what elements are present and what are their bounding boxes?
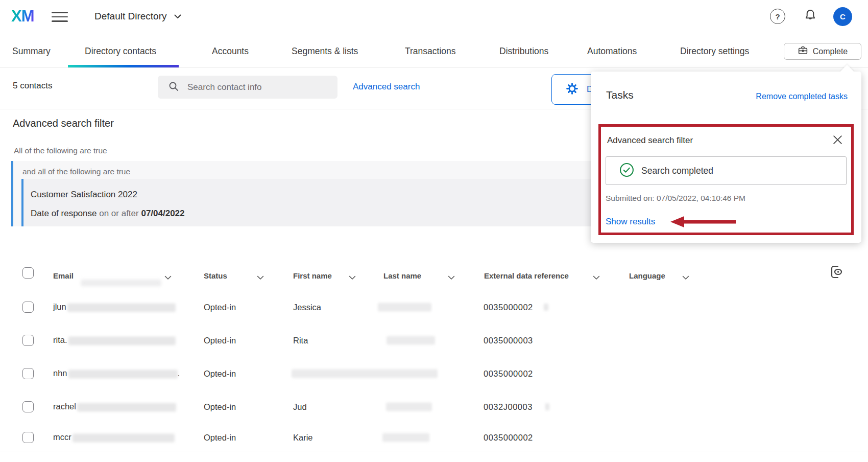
status-cell: Opted-in xyxy=(204,335,236,345)
external-data-reference-cell: 0032J00003 xyxy=(484,402,533,412)
task-name: Advanced search filter xyxy=(607,135,693,146)
table-row[interactable]: rita. Opted-in Rita 0035000003 xyxy=(0,322,868,358)
external-data-reference-cell: 0035000003 xyxy=(484,335,533,345)
column-header-email[interactable]: Email xyxy=(53,271,74,280)
table-row[interactable]: jlun Opted-in Jessica 0035000002 xyxy=(0,291,868,323)
redacted-text xyxy=(387,336,435,344)
tab-directory-settings[interactable]: Directory settings xyxy=(680,35,749,67)
row-checkbox[interactable] xyxy=(22,401,34,412)
search-box[interactable] xyxy=(158,76,337,99)
redacted-text xyxy=(68,336,176,345)
gear-icon xyxy=(565,82,579,98)
active-tab-indicator xyxy=(68,65,179,67)
top-bar: XM Default Directory ? C xyxy=(0,0,868,35)
table-row[interactable]: rachel Opted-in Jud 0032J00003 xyxy=(0,389,868,425)
complete-button[interactable]: Complete xyxy=(784,43,861,60)
column-header-first-name[interactable]: First name xyxy=(293,271,332,280)
row-checkbox[interactable] xyxy=(22,368,34,379)
tab-automations[interactable]: Automations xyxy=(587,35,637,67)
chevron-down-icon[interactable] xyxy=(448,273,455,282)
xm-logo: XM xyxy=(11,7,34,26)
email-cell: rachel xyxy=(53,402,176,411)
help-button[interactable]: ? xyxy=(770,9,785,24)
search-input[interactable] xyxy=(186,82,316,93)
column-visibility-button[interactable] xyxy=(827,263,845,283)
external-data-reference-cell: 0035000002 xyxy=(484,433,533,443)
complete-button-label: Complete xyxy=(813,47,848,56)
remove-completed-tasks-link[interactable]: Remove completed tasks xyxy=(756,92,848,101)
tab-transactions[interactable]: Transactions xyxy=(405,35,456,67)
filter-root-condition: All of the following are true xyxy=(14,146,107,155)
filter-nested-condition: and all of the following are true xyxy=(22,167,130,176)
tasks-title: Tasks xyxy=(606,89,634,101)
redacted-text xyxy=(378,303,431,311)
chevron-down-icon[interactable] xyxy=(349,273,356,282)
external-data-reference-cell: 0035000002 xyxy=(484,369,533,379)
filter-rule-date: Date of response on or after 07/04/2022 xyxy=(31,209,185,219)
bell-icon xyxy=(803,16,817,25)
status-cell: Opted-in xyxy=(204,433,236,443)
task-card-highlighted: Advanced search filter Search completed … xyxy=(598,124,854,235)
external-data-reference-cell: 0035000002 xyxy=(484,302,533,312)
chevron-down-icon[interactable] xyxy=(593,273,600,282)
row-checkbox[interactable] xyxy=(22,302,34,313)
column-header-external-data-reference[interactable]: External data reference xyxy=(484,271,569,280)
filter-rule-survey: Customer Satisfaction 2022 xyxy=(31,190,137,200)
task-status-text: Search completed xyxy=(641,166,713,176)
redacted-text xyxy=(544,304,548,311)
table-row[interactable]: nhn. Opted-in 0035000002 xyxy=(0,358,868,390)
redacted-text xyxy=(73,434,175,443)
chevron-down-icon[interactable] xyxy=(164,273,172,282)
email-cell: jlun xyxy=(53,302,176,312)
tab-distributions[interactable]: Distributions xyxy=(499,35,548,67)
chevron-down-icon[interactable] xyxy=(257,273,264,282)
email-cell: nhn. xyxy=(53,368,180,378)
annotation-arrow-icon xyxy=(670,216,736,230)
first-name-cell: Jud xyxy=(293,402,307,412)
hamburger-menu-button[interactable] xyxy=(52,12,68,23)
directory-name: Default Directory xyxy=(94,11,167,22)
redacted-text xyxy=(67,303,176,312)
redacted-text xyxy=(292,369,438,378)
tab-segments-lists[interactable]: Segments & lists xyxy=(292,35,358,67)
status-cell: Opted-in xyxy=(204,302,236,312)
task-status-box: Search completed xyxy=(606,156,847,185)
first-name-cell: Karie xyxy=(293,433,313,443)
chevron-down-icon[interactable] xyxy=(682,273,689,282)
advanced-search-link[interactable]: Advanced search xyxy=(353,82,420,92)
directory-selector[interactable]: Default Directory xyxy=(94,11,181,22)
column-header-language[interactable]: Language xyxy=(629,271,665,280)
row-checkbox[interactable] xyxy=(22,335,34,346)
user-avatar[interactable]: C xyxy=(833,7,852,26)
tab-accounts[interactable]: Accounts xyxy=(212,35,249,67)
status-cell: Opted-in xyxy=(204,402,236,412)
close-icon[interactable] xyxy=(833,135,843,145)
select-all-checkbox[interactable] xyxy=(22,267,34,279)
filter-section-title: Advanced search filter xyxy=(13,118,114,129)
row-checkbox[interactable] xyxy=(22,432,34,443)
show-results-link[interactable]: Show results xyxy=(606,217,655,227)
tab-summary[interactable]: Summary xyxy=(12,35,51,67)
chevron-down-icon xyxy=(174,12,181,21)
filter-date-field: Date of response xyxy=(31,209,97,218)
tab-directory-contacts[interactable]: Directory contacts xyxy=(85,35,156,67)
email-cell: mccr xyxy=(53,432,175,442)
first-name-cell: Jessica xyxy=(293,302,321,312)
column-header-status[interactable]: Status xyxy=(204,271,227,280)
contacts-count: 5 contacts xyxy=(13,81,53,91)
redacted-text xyxy=(382,433,429,442)
status-cell: Opted-in xyxy=(204,369,236,379)
email-cell: rita. xyxy=(53,335,176,345)
redacted-text xyxy=(81,280,161,286)
tab-bar: Summary Directory contacts Accounts Segm… xyxy=(0,35,868,68)
notifications-button[interactable] xyxy=(803,8,817,25)
table-row[interactable]: mccr Opted-in Karie 0035000002 xyxy=(0,424,868,451)
task-submitted-timestamp: Submitted on: 07/05/2022, 04:10:46 PM xyxy=(606,194,745,203)
redacted-text xyxy=(386,403,432,411)
redacted-text xyxy=(545,403,549,410)
first-name-cell: Rita xyxy=(293,335,308,345)
app-window: XM Default Directory ? C Summary Directo… xyxy=(0,0,868,462)
briefcase-icon xyxy=(798,45,808,58)
table-header: Email Status First name Last name Extern… xyxy=(0,260,868,292)
column-header-last-name[interactable]: Last name xyxy=(383,271,421,280)
